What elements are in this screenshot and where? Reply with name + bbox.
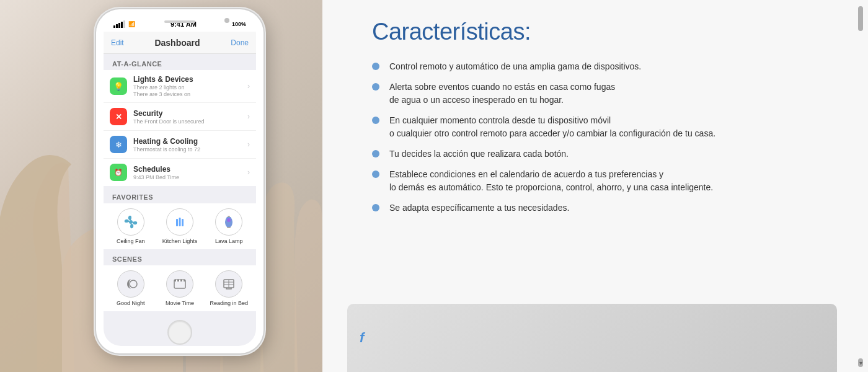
svg-rect-11	[179, 280, 180, 281]
phone-screen: 📶 9:41 AM 100% Edit Dashboard Done At-A-…	[104, 17, 256, 346]
security-text: Security The Front Door is unsecured	[133, 109, 247, 125]
schedules-sub: 9:43 PM Bed Time	[133, 174, 247, 180]
signal-dots	[113, 20, 125, 28]
fav-ceiling-fan[interactable]: Ceiling Fan	[106, 208, 155, 244]
heating-chevron: ›	[247, 140, 250, 149]
at-a-glance-header: At-A-Glance	[104, 54, 256, 70]
svg-rect-2	[179, 218, 180, 226]
good-night-label: Good Night	[117, 300, 145, 306]
svg-point-5	[227, 218, 231, 222]
feature-text-5: Establece condiciones en el calendario d…	[389, 168, 713, 194]
security-chevron: ›	[247, 112, 250, 121]
page-title: Características:	[372, 19, 831, 45]
lights-sub1: There are 2 lights on	[133, 84, 247, 91]
fav-lava-lamp[interactable]: Lava Lamp	[205, 208, 254, 244]
schedules-text: Schedules 9:43 PM Bed Time	[133, 165, 247, 180]
favorites-header: Favorites	[104, 187, 256, 203]
movie-time-label: Movie Time	[166, 300, 194, 306]
battery-indicator: 100%	[232, 21, 246, 27]
features-list: Control remoto y automático de una ampli…	[372, 60, 831, 215]
feature-item-4: Tu decides la acción que realizara cada …	[372, 148, 831, 161]
nav-bar: Edit Dashboard Done	[104, 32, 256, 54]
home-button[interactable]	[167, 320, 192, 345]
feature-item-6: Se adapta específicamente a tus necesida…	[372, 202, 831, 215]
schedules-chevron: ›	[247, 168, 250, 177]
list-item-lights[interactable]: 💡 Lights & Devices There are 2 lights on…	[104, 70, 256, 103]
feature-text-2: Alerta sobre eventos cuando no estás en …	[389, 81, 615, 107]
lights-title: Lights & Devices	[133, 75, 247, 84]
scene-reading-bed[interactable]: Reading in Bed	[205, 270, 254, 306]
nav-title: Dashboard	[154, 38, 200, 48]
feature-item-5: Establece condiciones en el calendario d…	[372, 168, 831, 194]
feature-item-3: En cualquier momento controla desde tu d…	[372, 114, 831, 140]
at-a-glance-list: 💡 Lights & Devices There are 2 lights on…	[104, 70, 256, 186]
status-bar: 📶 9:41 AM 100%	[104, 17, 256, 32]
heating-text: Heating & Cooling Thermostat is cooling …	[133, 137, 247, 153]
lights-sub2: There are 3 devices on	[133, 91, 247, 97]
movie-time-icon	[166, 270, 193, 298]
svg-rect-4	[228, 216, 230, 217]
svg-point-0	[129, 220, 133, 224]
bullet-3	[372, 117, 379, 124]
security-sub: The Front Door is unsecured	[133, 118, 247, 125]
scene-good-night[interactable]: Good Night	[106, 270, 155, 306]
reading-bed-label: Reading in Bed	[210, 300, 249, 306]
bullet-1	[372, 63, 379, 70]
fav-kitchen-lights[interactable]: Kitchen Lights	[155, 208, 204, 244]
scenes-list: Good Night Movie Time	[104, 265, 256, 311]
kitchen-lights-label: Kitchen Lights	[162, 238, 198, 244]
signal-area: 📶	[113, 20, 135, 28]
ceiling-fan-icon	[117, 208, 144, 236]
scrollbar-down[interactable]: ▾	[858, 358, 863, 367]
features-section: Características: Control remoto y automá…	[322, 0, 868, 372]
phone-section: 📶 9:41 AM 100% Edit Dashboard Done At-A-…	[0, 0, 322, 372]
bullet-5	[372, 170, 379, 178]
reading-bed-icon	[215, 270, 242, 298]
wifi-icon: 📶	[128, 21, 135, 27]
lights-icon: 💡	[110, 78, 127, 95]
feature-text-6: Se adapta específicamente a tus necesida…	[389, 202, 569, 215]
scene-movie-time[interactable]: Movie Time	[155, 270, 204, 306]
phone-device: 📶 9:41 AM 100% Edit Dashboard Done At-A-…	[96, 9, 264, 353]
svg-point-7	[130, 280, 137, 288]
feature-text-1: Control remoto y automático de una ampli…	[389, 60, 641, 73]
svg-rect-10	[176, 280, 177, 281]
svg-rect-3	[182, 219, 184, 226]
edit-button[interactable]: Edit	[111, 38, 124, 47]
security-title: Security	[133, 109, 247, 118]
feature-item-1: Control remoto y automático de una ampli…	[372, 60, 831, 73]
done-button[interactable]: Done	[231, 38, 249, 47]
scenes-header: Scenes	[104, 249, 256, 265]
svg-rect-1	[176, 219, 178, 226]
security-icon: ✕	[110, 108, 127, 125]
scrollbar-track[interactable]	[858, 6, 863, 31]
feature-text-3: En cualquier momento controla desde tu d…	[389, 114, 715, 140]
list-item-security[interactable]: ✕ Security The Front Door is unsecured ›	[104, 103, 256, 131]
list-item-heating[interactable]: ❄ Heating & Cooling Thermostat is coolin…	[104, 131, 256, 159]
bullet-6	[372, 204, 379, 211]
lava-lamp-icon	[215, 208, 242, 236]
kitchen-lights-icon	[166, 208, 193, 236]
lava-lamp-label: Lava Lamp	[215, 238, 243, 244]
feature-item-2: Alerta sobre eventos cuando no estás en …	[372, 81, 831, 107]
phone-content: At-A-Glance 💡 Lights & Devices There are…	[104, 54, 256, 346]
device-box: f	[347, 304, 837, 372]
heating-icon: ❄	[110, 136, 127, 153]
lights-chevron: ›	[247, 82, 250, 91]
heating-sub: Thermostat is cooling to 72	[133, 146, 247, 153]
ceiling-fan-label: Ceiling Fan	[117, 238, 145, 244]
svg-rect-12	[182, 280, 184, 281]
bullet-2	[372, 83, 379, 91]
fb-icon: f	[360, 330, 364, 346]
bullet-4	[372, 150, 379, 157]
schedules-title: Schedules	[133, 165, 247, 174]
favorites-list: Ceiling Fan Kitchen Lights	[104, 203, 256, 249]
heating-title: Heating & Cooling	[133, 137, 247, 146]
good-night-icon	[117, 270, 144, 298]
lights-text: Lights & Devices There are 2 lights on T…	[133, 75, 247, 97]
feature-text-4: Tu decides la acción que realizara cada …	[389, 148, 569, 161]
svg-rect-6	[227, 227, 231, 228]
schedules-icon: ⏰	[110, 164, 127, 181]
list-item-schedules[interactable]: ⏰ Schedules 9:43 PM Bed Time ›	[104, 159, 256, 186]
